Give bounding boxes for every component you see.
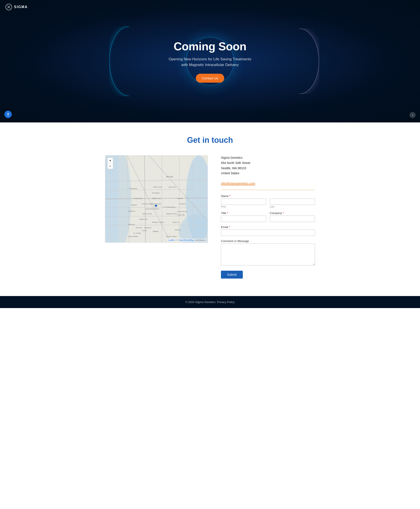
country-address: United States	[221, 171, 315, 176]
svg-text:Lake City: Lake City	[168, 186, 176, 188]
title-group: Title *	[221, 211, 266, 222]
name-row: Name * First Last	[221, 194, 315, 208]
leaflet-link[interactable]: Leaflet	[168, 239, 175, 241]
company-name: Sigma Genetics	[221, 155, 315, 161]
privacy-policy-link[interactable]: Privacy Policy	[217, 300, 235, 304]
name-required-star: *	[229, 194, 230, 198]
first-sub-label: First	[221, 205, 266, 208]
email-row: Email *	[221, 225, 315, 236]
svg-text:Beaux A...: Beaux A...	[173, 221, 181, 223]
email-divider	[221, 190, 315, 190]
email-label: Email *	[221, 225, 315, 229]
first-name-input[interactable]	[221, 199, 266, 205]
name-label: Name *	[221, 194, 266, 198]
map-svg: WA 523 Broadview Haller Lake Lake City N…	[105, 155, 208, 243]
contact-form: Name * First Last	[221, 194, 315, 279]
contact-us-button[interactable]: Contact Us	[196, 74, 224, 83]
svg-text:M. Hurley: M. Hurley	[134, 232, 141, 234]
last-name-input[interactable]	[270, 199, 315, 205]
logo-text: SIGMA	[14, 5, 28, 9]
company-group: Company *	[270, 211, 315, 222]
svg-point-1	[8, 113, 8, 114]
form-side: Sigma Genetics 454 North 34th Street Sea…	[221, 155, 315, 279]
message-label: Comment or Message	[221, 239, 315, 243]
footer: © 2024 Sigma Genetics. Privacy Policy	[0, 296, 420, 308]
hero-title: Coming Soon	[169, 40, 251, 53]
osm-link[interactable]: OpenStreetMap	[179, 239, 194, 241]
svg-text:Queen Anne: Queen Anne	[142, 213, 152, 215]
address-block: Sigma Genetics 454 North 34th Street Sea…	[221, 155, 315, 176]
hero-section: SIGMA Coming Soon Opening New Horizons f…	[0, 0, 420, 122]
city-address: Seattle, WA 98103	[221, 166, 315, 171]
title-input[interactable]	[221, 216, 266, 222]
svg-text:Capitol Hill: Capitol Hill	[139, 218, 147, 220]
svg-text:Madison Park: Madison Park	[166, 213, 177, 215]
email-input[interactable]	[221, 229, 315, 236]
svg-text:Seattle: Seattle	[153, 230, 159, 232]
svg-text:Haller Lake: Haller Lake	[153, 186, 162, 188]
title-required-star: *	[227, 211, 228, 215]
company-input[interactable]	[270, 216, 315, 222]
email-required-star: *	[229, 225, 230, 229]
map-attribution: Leaflet | © OpenStreetMap contributors	[167, 239, 207, 242]
title-company-row: Title * Company *	[221, 211, 315, 222]
email-link[interactable]: info@sigmagenetics.com	[221, 182, 255, 185]
svg-text:Northgate: Northgate	[152, 192, 160, 194]
svg-text:Leschi: Leschi	[142, 229, 147, 232]
zoom-out-button[interactable]: −	[107, 163, 113, 169]
company-required-star: *	[283, 211, 284, 215]
svg-text:Bellevue: Bellevue	[128, 223, 135, 225]
svg-text:Madrona: Madrona	[144, 227, 151, 229]
last-sub-label: Last	[270, 205, 315, 208]
footer-copyright: © 2024 Sigma Genetics.	[185, 300, 216, 304]
street-address: 454 North 34th Street	[221, 161, 315, 166]
svg-text:Mercer Island: Mercer Island	[166, 236, 177, 237]
svg-text:WA 523: WA 523	[166, 176, 173, 178]
svg-text:West Seattle: West Seattle	[128, 236, 138, 237]
svg-text:Medina: Medina	[175, 229, 181, 231]
svg-text:Ballard: Ballard	[131, 204, 137, 206]
message-group: Comment or Message	[221, 239, 315, 266]
svg-text:Broadview: Broadview	[129, 188, 137, 190]
message-row: Comment or Message	[221, 239, 315, 266]
svg-text:University District: University District	[145, 208, 159, 210]
sigma-logo-icon	[5, 3, 12, 10]
last-name-label	[270, 194, 315, 198]
svg-text:Juanita: Juanita	[177, 198, 183, 199]
message-textarea[interactable]	[221, 243, 315, 266]
title-label: Title *	[221, 211, 266, 215]
first-name-group: Name * First	[221, 194, 266, 208]
map-container: WA 523 Broadview Haller Lake Lake City N…	[105, 155, 208, 243]
svg-text:Maple Leaf: Maple Leaf	[152, 198, 161, 199]
map-marker-icon	[154, 204, 158, 207]
svg-text:Madison Valley: Madison Valley	[152, 221, 164, 223]
email-group: Email *	[221, 225, 315, 236]
svg-text:Kirkland: Kirkland	[179, 203, 186, 205]
accessibility-icon[interactable]	[4, 111, 12, 118]
company-label: Company *	[270, 211, 315, 215]
zoom-in-button[interactable]: +	[107, 158, 113, 163]
last-name-group: Last	[270, 194, 315, 208]
hero-subtitle: Opening New Horizons for Life Saving Tre…	[169, 56, 251, 67]
map-controls: + −	[107, 158, 113, 169]
svg-text:Yarrow Point: Yarrow Point	[177, 211, 187, 213]
arc-right	[280, 29, 319, 94]
section-title: Get in touch	[9, 136, 411, 145]
arc-left	[109, 26, 149, 96]
svg-text:First Hill: First Hill	[136, 227, 142, 229]
svg-text:U of Washington: U of Washington	[163, 206, 176, 208]
svg-text:Magnolia: Magnolia	[128, 210, 135, 212]
hero-content: Coming Soon Opening New Horizons for Lif…	[169, 40, 251, 83]
arrow-right-icon[interactable]: ›	[410, 112, 416, 118]
logo: SIGMA	[5, 3, 28, 10]
contact-section: Get in touch	[0, 122, 420, 296]
svg-text:Greenwood: Greenwood	[134, 198, 143, 199]
submit-button[interactable]: Submit	[221, 271, 243, 279]
contact-body: WA 523 Broadview Haller Lake Lake City N…	[105, 155, 315, 279]
navbar: SIGMA	[0, 0, 420, 14]
svg-text:Clyde Hill: Clyde Hill	[177, 214, 185, 216]
svg-text:Phinney Ridge: Phinney Ridge	[142, 203, 153, 205]
